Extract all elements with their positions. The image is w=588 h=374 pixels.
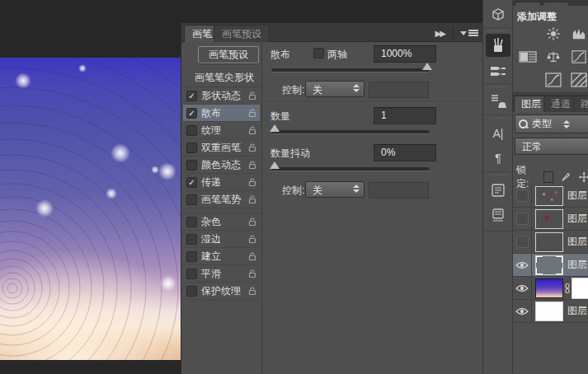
layer-thumbnail[interactable] bbox=[535, 255, 563, 275]
levels-icon[interactable] bbox=[569, 26, 588, 41]
clone-source-panel-icon[interactable] bbox=[486, 90, 510, 113]
lock-icon[interactable] bbox=[247, 160, 257, 170]
count-slider[interactable] bbox=[271, 130, 430, 133]
layer-thumbnail[interactable] bbox=[535, 302, 563, 321]
brush-tip-shape-item[interactable]: 画笔笔尖形状 bbox=[183, 68, 260, 87]
count-jitter-slider-handle[interactable] bbox=[270, 161, 280, 169]
tab-paths[interactable]: 路径 bbox=[573, 96, 588, 112]
layer-thumbnail[interactable] bbox=[535, 278, 563, 298]
checkbox-checked[interactable] bbox=[186, 177, 197, 188]
checkbox[interactable] bbox=[186, 160, 197, 171]
brush-option-build-up[interactable]: 建立 bbox=[183, 248, 260, 265]
both-axes-checkbox[interactable] bbox=[313, 48, 324, 58]
visibility-toggle[interactable] bbox=[513, 208, 532, 230]
checkbox[interactable] bbox=[186, 251, 197, 262]
checkbox[interactable] bbox=[186, 286, 197, 297]
layer-row[interactable]: 图层 bbox=[513, 185, 588, 208]
lock-icon[interactable] bbox=[247, 125, 257, 135]
scatter-value-input[interactable]: 1000% bbox=[374, 45, 436, 63]
dock-drag-handle[interactable] bbox=[489, 117, 507, 119]
lock-icon[interactable] bbox=[247, 177, 257, 187]
layer-mask-thumbnail[interactable] bbox=[572, 278, 588, 299]
count-jitter-value-input[interactable]: 0% bbox=[374, 144, 436, 161]
brush-option-smoothing[interactable]: 平滑 bbox=[183, 265, 260, 283]
curves-icon[interactable] bbox=[543, 72, 563, 87]
visibility-toggle[interactable] bbox=[513, 277, 532, 299]
visibility-toggle[interactable] bbox=[513, 254, 532, 276]
brush-option-noise[interactable]: 杂色 bbox=[183, 213, 260, 231]
visibility-toggle[interactable] bbox=[513, 231, 532, 253]
blend-mode-dropdown[interactable]: 正常 bbox=[515, 138, 588, 155]
count-jitter-slider[interactable] bbox=[271, 167, 430, 171]
layer-row[interactable] bbox=[513, 277, 588, 300]
brush-option-wet-edges[interactable]: 湿边 bbox=[183, 231, 260, 248]
checkbox[interactable] bbox=[186, 217, 197, 227]
checkbox[interactable] bbox=[186, 234, 197, 245]
canvas-image[interactable] bbox=[0, 58, 181, 360]
layer-row[interactable]: ✶ 图层 bbox=[513, 208, 588, 231]
brush-panel-icon[interactable] bbox=[486, 34, 510, 57]
layer-thumbnail[interactable] bbox=[535, 232, 563, 252]
layer-row-selected[interactable]: 图层 bbox=[513, 254, 588, 277]
brush-option-brush-pose[interactable]: 画笔笔势 bbox=[183, 191, 260, 208]
dock-drag-handle[interactable] bbox=[489, 174, 507, 176]
paragraph-panel-icon[interactable]: ¶ bbox=[486, 147, 510, 170]
layer-filter-dropdown[interactable]: 类型 bbox=[515, 115, 588, 133]
brush-presets-button[interactable]: 画笔预设 bbox=[198, 46, 259, 63]
dock-drag-handle[interactable] bbox=[489, 86, 507, 88]
gradient-map-icon[interactable] bbox=[518, 49, 538, 64]
brightness-contrast-icon[interactable] bbox=[543, 26, 563, 41]
layer-row[interactable]: 图层 bbox=[513, 300, 588, 323]
brush-option-shape-dynamics[interactable]: 形状动态 bbox=[183, 87, 260, 105]
tab-styles[interactable] bbox=[543, 2, 569, 6]
tab-brush-presets[interactable]: 画笔预设 bbox=[214, 25, 270, 42]
lock-pixels-icon[interactable] bbox=[561, 171, 571, 183]
lock-position-icon[interactable] bbox=[579, 171, 588, 183]
checkbox-checked[interactable] bbox=[186, 91, 197, 101]
notes-panel-icon[interactable] bbox=[486, 203, 510, 227]
visibility-toggle[interactable] bbox=[513, 185, 532, 207]
brush-option-color-dynamics[interactable]: 颜色动态 bbox=[183, 157, 260, 174]
lock-icon[interactable] bbox=[247, 108, 257, 118]
lock-transparency-icon[interactable] bbox=[543, 171, 554, 183]
checkbox[interactable] bbox=[186, 269, 197, 279]
brush-option-dual-brush[interactable]: 双重画笔 bbox=[183, 139, 260, 157]
tab-adjustments[interactable] bbox=[515, 2, 541, 6]
brush-presets-panel-icon[interactable] bbox=[486, 58, 510, 82]
mask-link-icon[interactable] bbox=[564, 283, 571, 294]
lock-icon[interactable] bbox=[247, 251, 257, 261]
scatter-slider-handle[interactable] bbox=[422, 63, 432, 70]
visibility-toggle[interactable] bbox=[513, 300, 532, 322]
lock-icon[interactable] bbox=[247, 234, 257, 244]
color-balance-icon[interactable] bbox=[543, 49, 563, 64]
count-value-input[interactable]: 1 bbox=[374, 107, 436, 124]
layer-comps-panel-icon[interactable] bbox=[486, 179, 510, 202]
control1-dropdown[interactable]: 关 bbox=[305, 81, 365, 97]
lock-icon[interactable] bbox=[247, 143, 257, 152]
layer-thumbnail[interactable] bbox=[535, 186, 563, 206]
layer-thumbnail[interactable]: ✶ bbox=[535, 209, 563, 229]
count-slider-handle[interactable] bbox=[270, 124, 280, 132]
brush-option-scatter[interactable]: 散布 bbox=[183, 105, 260, 122]
lock-icon[interactable] bbox=[247, 217, 257, 227]
lock-icon[interactable] bbox=[247, 269, 257, 278]
brush-option-transfer[interactable]: 传递 bbox=[183, 174, 260, 191]
panel-menu-icon[interactable] bbox=[453, 27, 478, 39]
checkbox[interactable] bbox=[186, 125, 197, 136]
photo-filter-icon[interactable] bbox=[569, 72, 588, 87]
checkbox-checked[interactable] bbox=[186, 108, 197, 119]
checkbox[interactable] bbox=[186, 143, 197, 153]
lock-icon[interactable] bbox=[247, 194, 257, 204]
dock-drag-handle[interactable] bbox=[489, 30, 507, 32]
lock-icon[interactable] bbox=[247, 286, 257, 296]
checkbox[interactable] bbox=[186, 194, 197, 205]
scatter-slider[interactable] bbox=[271, 68, 430, 72]
character-panel-icon[interactable]: A| bbox=[486, 122, 510, 145]
black-white-icon[interactable] bbox=[569, 49, 588, 64]
collapse-panel-icon[interactable]: ▶▶ bbox=[435, 29, 445, 38]
control2-dropdown[interactable]: 关 bbox=[305, 181, 365, 198]
layer-row[interactable]: 图层 bbox=[513, 231, 588, 254]
brush-option-protect-texture[interactable]: 保护纹理 bbox=[183, 283, 260, 300]
3d-panel-icon[interactable] bbox=[486, 2, 510, 26]
lock-icon[interactable] bbox=[247, 91, 257, 101]
